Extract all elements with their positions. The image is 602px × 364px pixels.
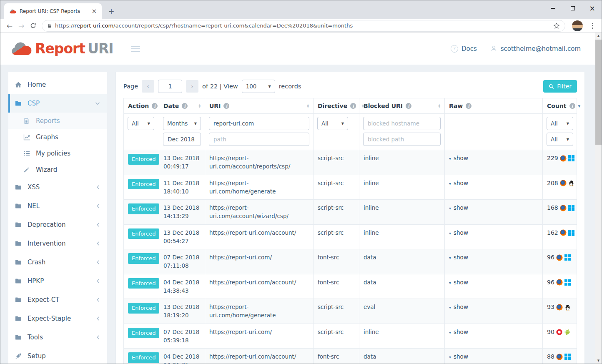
browser-menu-button[interactable] xyxy=(587,23,598,29)
col-header-uri[interactable]: URIi▴▾ xyxy=(205,98,314,114)
browser-tab[interactable]: Report URI: CSP Reports × xyxy=(4,3,102,19)
scrollbar-down-arrow[interactable]: ▼ xyxy=(595,357,602,364)
count-filter-select-2[interactable]: All▼ xyxy=(547,133,573,146)
site-favicon xyxy=(9,9,16,14)
sort-icons[interactable]: ▴▾ xyxy=(438,104,440,108)
action-badge: Enforced xyxy=(128,352,159,363)
sidebar-item-label: Reports xyxy=(36,117,60,125)
sidebar-item-my-policies[interactable]: My policies xyxy=(8,145,107,161)
docs-link[interactable]: ? Docs xyxy=(451,45,477,53)
caret-down-icon: ▾ xyxy=(449,305,451,310)
action-filter-select[interactable]: All▼ xyxy=(128,117,154,130)
date-unit-select[interactable]: Months▼ xyxy=(163,117,201,130)
sidebar-item-home[interactable]: Home xyxy=(8,75,107,94)
raw-show-toggle[interactable]: ▾show xyxy=(449,204,468,211)
sort-desc-icon[interactable]: ▾ xyxy=(578,103,581,109)
sidebar-toggle-button[interactable] xyxy=(129,44,142,53)
report-row: Enforced07 Dec 201805:39:18https://repor… xyxy=(124,324,577,349)
directive-filter-select[interactable]: All▼ xyxy=(317,117,348,130)
sidebar-item-csp[interactable]: CSP xyxy=(8,94,107,113)
info-icon: i xyxy=(466,103,472,109)
report-row: Enforced13 Dec 201800:54:27https://repor… xyxy=(124,224,577,249)
sidebar-item-label: Wizard xyxy=(36,166,57,173)
blocked-path-filter-input[interactable] xyxy=(363,133,441,146)
sidebar-item-hpkp[interactable]: HPKP xyxy=(8,271,107,290)
sidebar-item-nel[interactable]: NEL xyxy=(8,196,107,215)
window-minimize-button[interactable] xyxy=(543,0,563,17)
csp-reports-table: Actioni Datei▴▾ URIi▴▾ Directivei▴▾ Bloc… xyxy=(123,98,577,364)
bookmark-star-icon[interactable] xyxy=(553,23,560,29)
sidebar-item-label: HPKP xyxy=(28,277,44,285)
report-uri: https://report-uri.com/ xyxy=(205,249,314,274)
col-header-blocked-uri[interactable]: Blocked URIi▴▾ xyxy=(359,98,445,114)
sidebar-item-reports[interactable]: Reports xyxy=(8,113,107,129)
sidebar-item-deprecation[interactable]: Deprecation xyxy=(8,215,107,234)
scrollbar-up-arrow[interactable]: ▲ xyxy=(595,33,602,39)
date-filter-input[interactable] xyxy=(163,133,201,146)
chevron-down-icon: ▼ xyxy=(567,122,569,126)
next-page-button[interactable]: › xyxy=(186,80,198,93)
forward-button[interactable]: → xyxy=(16,20,27,31)
windows-icon xyxy=(564,354,571,360)
list-icon xyxy=(23,150,31,157)
raw-show-toggle[interactable]: ▾show xyxy=(449,304,468,310)
prev-page-button[interactable]: ‹ xyxy=(142,80,154,93)
raw-show-toggle[interactable]: ▾show xyxy=(449,279,468,286)
folder-icon xyxy=(15,278,23,284)
col-header-directive[interactable]: Directivei▴▾ xyxy=(314,98,359,114)
user-email: scotthelme@hotmail.com xyxy=(501,45,581,53)
new-tab-button[interactable]: + xyxy=(106,5,117,16)
user-menu[interactable]: scotthelme@hotmail.com xyxy=(490,45,581,53)
caret-down-icon: ▾ xyxy=(449,206,451,211)
linux-icon xyxy=(564,304,571,311)
report-row: Enforced07 Dec 201807:11:08https://repor… xyxy=(124,249,577,274)
page-number-input[interactable] xyxy=(158,80,182,93)
scrollbar-thumb[interactable] xyxy=(595,40,602,145)
uri-hostname-filter-input[interactable] xyxy=(209,117,309,130)
sidebar-item-setup[interactable]: Setup xyxy=(8,346,107,364)
raw-show-toggle[interactable]: ▾show xyxy=(449,353,468,360)
uri-path-filter-input[interactable] xyxy=(209,133,309,146)
sidebar-item-expect-ct[interactable]: Expect-CT xyxy=(8,290,107,309)
window-scrollbar[interactable]: ▲ ▼ xyxy=(595,33,602,364)
caret-down-icon: ▾ xyxy=(449,256,451,260)
report-blocked-uri: inline xyxy=(359,150,445,175)
sidebar-item-intervention[interactable]: Intervention xyxy=(8,234,107,253)
opera-icon xyxy=(556,329,562,335)
report-count: 168 xyxy=(547,203,572,212)
col-header-count[interactable]: Counti▾ xyxy=(543,98,577,114)
report-uri-logo[interactable]: ReportURI xyxy=(10,40,113,57)
window-maximize-button[interactable] xyxy=(563,0,582,17)
tab-close-icon[interactable]: × xyxy=(90,8,98,15)
url-bar[interactable]: https://report-uri.com/account/reports/c… xyxy=(42,20,565,32)
blocked-hostname-filter-input[interactable] xyxy=(363,117,441,130)
raw-show-toggle[interactable]: ▾show xyxy=(449,180,468,186)
sort-icons[interactable]: ▴▾ xyxy=(198,104,201,108)
raw-show-toggle[interactable]: ▾show xyxy=(449,155,468,161)
sidebar-item-crash[interactable]: Crash xyxy=(8,253,107,271)
raw-show-toggle[interactable]: ▾show xyxy=(449,229,468,236)
sidebar-item-xss[interactable]: XSS xyxy=(8,178,107,196)
sidebar-item-wizard[interactable]: Wizard xyxy=(8,161,107,178)
report-directive: script-src xyxy=(314,299,359,324)
reload-button[interactable] xyxy=(28,20,38,31)
profile-avatar[interactable] xyxy=(572,20,583,31)
sidebar-item-tools[interactable]: Tools xyxy=(8,328,107,346)
raw-show-toggle[interactable]: ▾show xyxy=(449,254,468,261)
back-button[interactable]: ← xyxy=(4,20,15,31)
window-close-button[interactable]: × xyxy=(582,0,602,17)
action-badge: Enforced xyxy=(128,154,159,165)
report-date: 07 Dec 201805:39:18 xyxy=(159,324,205,349)
sidebar-item-expect-staple[interactable]: Expect-Staple xyxy=(8,309,107,328)
filter-button[interactable]: Filter xyxy=(543,80,577,93)
folder-icon xyxy=(15,240,23,247)
report-date: 13 Dec 201814:13:29 xyxy=(159,200,205,225)
records-per-page-select[interactable]: 100 ▼ xyxy=(242,80,275,93)
count-filter-select-1[interactable]: All▼ xyxy=(547,117,573,130)
report-blocked-uri: inline xyxy=(359,224,445,249)
android-icon xyxy=(564,329,570,335)
col-header-date[interactable]: Datei▴▾ xyxy=(159,98,205,114)
sort-icons[interactable]: ▴▾ xyxy=(307,104,309,108)
raw-show-toggle[interactable]: ▾show xyxy=(449,329,468,335)
sidebar-item-graphs[interactable]: Graphs xyxy=(8,129,107,145)
